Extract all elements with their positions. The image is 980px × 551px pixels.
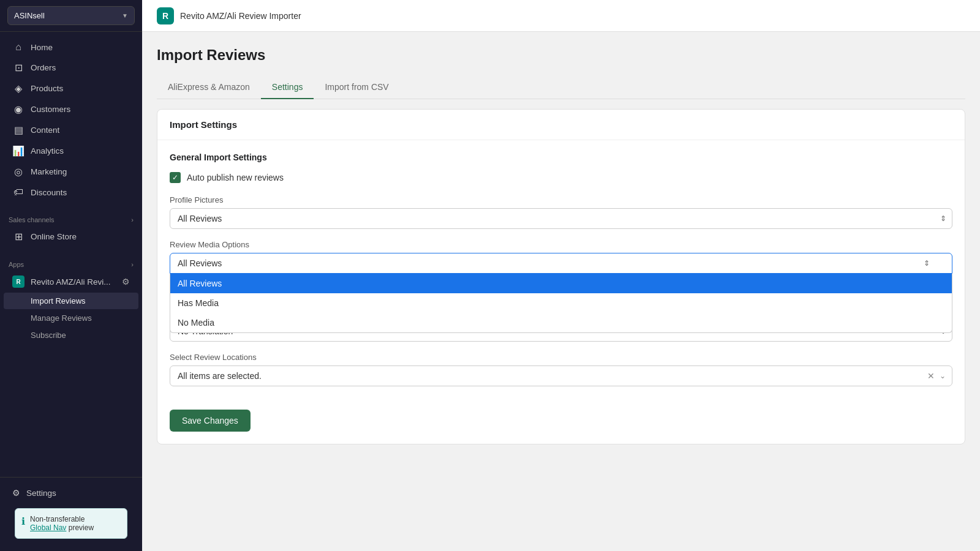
marketing-icon: ◎ <box>12 166 24 178</box>
profile-pictures-select[interactable]: All Reviews <box>170 208 952 229</box>
page-title: Import Reviews <box>157 47 965 64</box>
global-nav-banner: ℹ Non-transferable Global Nav preview <box>15 508 127 539</box>
auto-publish-label: Auto publish new reviews <box>187 173 284 182</box>
banner-text: Non-transferable <box>30 515 85 523</box>
import-settings-card: Import Settings General Import Settings … <box>157 109 965 444</box>
apps-label: Apps <box>9 261 24 268</box>
store-name: ASINsell <box>14 11 45 20</box>
settings-icon: ⚙ <box>12 488 20 498</box>
app-topbar-title: Revito AMZ/Ali Review Importer <box>180 11 301 21</box>
profile-pictures-select-wrapper: All Reviews ⇕ <box>170 208 952 229</box>
sales-channels-label: Sales channels <box>9 216 55 223</box>
apps-chevron-icon: › <box>131 261 134 268</box>
sidebar-header: ASINsell ▼ <box>0 0 142 32</box>
customers-icon: ◉ <box>12 103 24 115</box>
nav-customers-label: Customers <box>31 105 70 114</box>
dropdown-option-no-media[interactable]: No Media <box>170 313 952 332</box>
sidebar-item-orders[interactable]: ⊡ Orders <box>4 58 138 78</box>
app-topbar: R Revito AMZ/Ali Review Importer <box>142 0 980 32</box>
banner-suffix: preview <box>66 523 94 532</box>
sidebar-item-customers[interactable]: ◉ Customers <box>4 99 138 119</box>
nav-marketing-label: Marketing <box>31 167 67 176</box>
review-locations-select[interactable]: All items are selected. ✕ ⌄ <box>170 365 952 386</box>
dropdown-option-all-reviews[interactable]: All Reviews <box>170 274 952 293</box>
home-icon: ⌂ <box>12 42 24 53</box>
review-media-dropdown: All Reviews ⇕ All Reviews Has Media No M… <box>170 253 952 274</box>
sales-channels-section: Sales channels › ⊞ Online Store <box>0 208 142 252</box>
revito-app-label: Revito AMZ/Ali Revi... <box>31 277 111 287</box>
tab-settings[interactable]: Settings <box>261 76 314 99</box>
store-selector[interactable]: ASINsell ▼ <box>7 6 135 25</box>
nav-online-store-label: Online Store <box>31 232 77 241</box>
check-icon: ✓ <box>172 174 178 181</box>
online-store-icon: ⊞ <box>12 231 24 242</box>
sidebar-item-online-store[interactable]: ⊞ Online Store <box>4 227 138 247</box>
review-locations-group: Select Review Locations All items are se… <box>170 353 952 386</box>
review-media-dropdown-list: All Reviews Has Media No Media <box>170 274 952 333</box>
location-value: All items are selected. <box>178 371 262 381</box>
nav-products-label: Products <box>31 84 63 93</box>
sidebar-item-discounts[interactable]: 🏷 Discounts <box>4 182 138 202</box>
page-content-area: Import Reviews AliExpress & Amazon Setti… <box>142 32 980 551</box>
tab-aliexpress-amazon[interactable]: AliExpress & Amazon <box>157 76 261 99</box>
sidebar-item-marketing[interactable]: ◎ Marketing <box>4 162 138 182</box>
location-actions: ✕ ⌄ <box>927 371 946 381</box>
auto-publish-checkbox[interactable]: ✓ <box>170 172 181 183</box>
card-header: Import Settings <box>157 110 965 140</box>
review-locations-label: Select Review Locations <box>170 353 952 362</box>
analytics-icon: 📊 <box>12 145 24 157</box>
revito-app-settings-icon[interactable]: ⚙ <box>122 277 130 287</box>
nav-analytics-label: Analytics <box>31 146 64 156</box>
settings-label: Settings <box>26 489 56 498</box>
products-icon: ◈ <box>12 83 24 94</box>
discounts-icon: 🏷 <box>12 187 24 198</box>
nav-discounts-label: Discounts <box>31 188 67 197</box>
main-nav: ⌂ Home ⊡ Orders ◈ Products ◉ Customers ▤… <box>0 32 142 208</box>
save-changes-button[interactable]: Save Changes <box>170 410 251 432</box>
location-clear-icon[interactable]: ✕ <box>927 371 935 381</box>
orders-icon: ⊡ <box>12 62 24 73</box>
sidebar-item-subscribe[interactable]: Subscribe <box>4 327 138 343</box>
profile-pictures-label: Profile Pictures <box>170 195 952 204</box>
card-title: Import Settings <box>170 119 952 130</box>
profile-pictures-group: Profile Pictures All Reviews ⇕ <box>170 195 952 229</box>
review-media-value: All Reviews <box>178 258 222 268</box>
location-chevron-icon[interactable]: ⌄ <box>940 372 946 380</box>
app-logo: R <box>157 7 174 24</box>
sidebar-item-home[interactable]: ⌂ Home <box>4 37 138 57</box>
app-sub-nav: Import Reviews Manage Reviews Subscribe <box>0 293 142 343</box>
review-media-group: Review Media Options All Reviews ⇕ All R… <box>170 240 952 274</box>
general-section-title: General Import Settings <box>170 152 952 162</box>
sidebar-item-content[interactable]: ▤ Content <box>4 120 138 140</box>
review-media-trigger[interactable]: All Reviews ⇕ <box>170 253 952 274</box>
sidebar: ASINsell ▼ ⌂ Home ⊡ Orders ◈ Products ◉ … <box>0 0 142 551</box>
card-body: General Import Settings ✓ Auto publish n… <box>157 140 965 444</box>
sidebar-item-settings[interactable]: ⚙ Settings <box>7 484 135 502</box>
store-chevron-icon: ▼ <box>122 12 128 19</box>
page-tabs: AliExpress & Amazon Settings Import from… <box>157 76 965 99</box>
review-media-arrow-icon: ⇕ <box>924 259 930 268</box>
nav-content-label: Content <box>31 126 59 135</box>
sidebar-item-products[interactable]: ◈ Products <box>4 78 138 99</box>
content-icon: ▤ <box>12 124 24 136</box>
auto-publish-row: ✓ Auto publish new reviews <box>170 172 952 183</box>
sidebar-footer: ⚙ Settings ℹ Non-transferable Global Nav… <box>0 477 142 551</box>
revito-app-parent: R Revito AMZ/Ali Revi... ⚙ <box>4 271 138 292</box>
sidebar-item-analytics[interactable]: 📊 Analytics <box>4 141 138 161</box>
tab-import-csv[interactable]: Import from CSV <box>314 76 399 99</box>
sidebar-item-manage-reviews[interactable]: Manage Reviews <box>4 310 138 326</box>
revito-app-icon: R <box>12 276 24 288</box>
review-media-label: Review Media Options <box>170 240 952 249</box>
sales-channels-chevron-icon: › <box>131 216 134 223</box>
nav-orders-label: Orders <box>31 63 56 72</box>
apps-section: Apps › R Revito AMZ/Ali Revi... ⚙ Import… <box>0 252 142 349</box>
main-content: R Revito AMZ/Ali Review Importer Import … <box>142 0 980 551</box>
info-icon: ℹ <box>21 515 25 532</box>
dropdown-option-has-media[interactable]: Has Media <box>170 293 952 313</box>
sidebar-item-import-reviews[interactable]: Import Reviews <box>4 293 138 309</box>
global-nav-link[interactable]: Global Nav <box>30 523 66 532</box>
nav-home-label: Home <box>31 43 53 52</box>
